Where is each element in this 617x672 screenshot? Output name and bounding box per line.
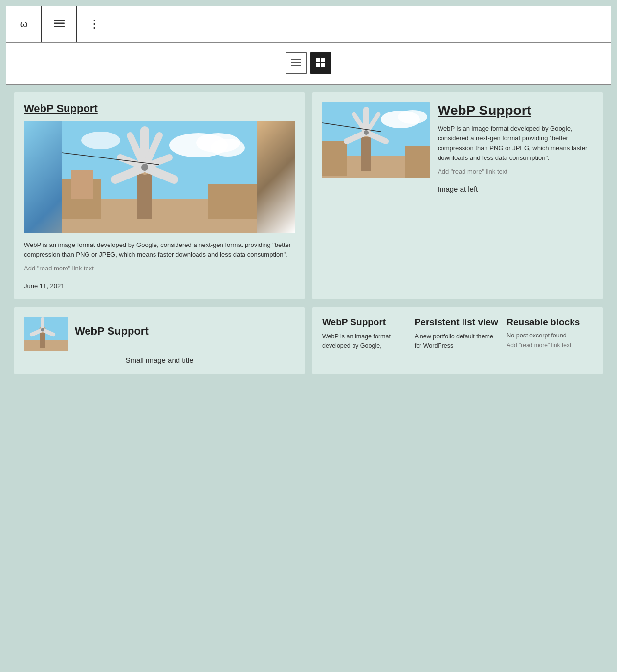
toolbar-btn-loop[interactable]: ω [6, 6, 42, 42]
card-standard-title: WebP Support [24, 102, 295, 115]
svg-rect-5 [291, 65, 301, 66]
card-multi-col-layout: WebP Support WebP is an image format dev… [322, 317, 593, 350]
svg-point-13 [211, 139, 245, 157]
svg-rect-46 [24, 340, 68, 351]
card-image-left: WebP Support WebP is an image format dev… [312, 92, 603, 299]
card-col-3-no-excerpt: No post excerpt found [507, 332, 593, 339]
card-image-left-image [322, 102, 430, 178]
svg-point-42 [364, 130, 369, 135]
card-standard: WebP Support [14, 92, 305, 299]
card-image-left-label: Image at left [322, 185, 593, 193]
card-col-1: WebP Support WebP is an image format dev… [322, 317, 409, 350]
svg-rect-6 [316, 58, 320, 62]
grid-view-button[interactable] [310, 52, 331, 74]
svg-rect-44 [405, 146, 430, 178]
toolbar-btn-menu[interactable] [42, 6, 77, 42]
card-multi-col: WebP Support WebP is an image format dev… [312, 307, 603, 374]
card-image-left-text: WebP Support WebP is an image format dev… [438, 102, 593, 180]
svg-rect-34 [322, 141, 347, 176]
card-col-2-excerpt: A new portfolio default theme for WordPr… [415, 332, 501, 351]
card-small-img-title: WebP Support [75, 325, 149, 337]
svg-rect-9 [321, 63, 325, 67]
svg-rect-2 [54, 26, 65, 27]
card-col-3: Reusable blocks No post excerpt found Ad… [507, 317, 593, 350]
cards-row-2: WebP Support Small image and title WebP … [14, 307, 603, 374]
card-small-img-label: Small image and title [24, 356, 295, 364]
card-col-3-title: Reusable blocks [507, 317, 593, 328]
card-col-2: Persistent list view A new portfolio def… [415, 317, 501, 350]
svg-point-52 [41, 328, 44, 332]
svg-rect-47 [40, 331, 45, 348]
card-standard-excerpt: WebP is an image format developed by Goo… [24, 240, 295, 260]
list-view-icon [291, 59, 301, 68]
main-content: WebP Support [6, 84, 611, 390]
card-col-1-title: WebP Support [322, 317, 409, 328]
svg-point-27 [141, 164, 148, 171]
view-switcher [6, 42, 611, 84]
card-standard-divider [140, 277, 179, 277]
toolbar-btn-more[interactable]: ⋮ [77, 6, 112, 42]
card-image-left-title: WebP Support [438, 102, 593, 119]
toolbar: ω ⋮ [6, 6, 123, 42]
svg-rect-0 [54, 20, 65, 21]
svg-point-14 [81, 132, 120, 149]
svg-rect-3 [291, 59, 301, 60]
card-image-left-excerpt: WebP is an image format developed by Goo… [438, 124, 593, 163]
svg-rect-35 [361, 134, 371, 171]
svg-rect-8 [316, 63, 320, 67]
card-standard-read-more[interactable]: Add "read more" link text [24, 265, 295, 272]
svg-rect-4 [291, 62, 301, 63]
card-standard-image [24, 121, 295, 233]
card-image-left-layout: WebP Support WebP is an image format dev… [322, 102, 593, 180]
svg-rect-18 [137, 170, 152, 219]
loop-icon: ω [20, 19, 28, 30]
card-small-img: WebP Support Small image and title [14, 307, 305, 374]
grid-view-icon [316, 58, 326, 69]
card-col-3-read-more[interactable]: Add "read more" link text [507, 342, 593, 349]
card-standard-date: June 11, 2021 [24, 282, 295, 290]
card-image-left-read-more[interactable]: Add "read more" link text [438, 168, 593, 175]
list-view-button[interactable] [286, 52, 307, 74]
svg-rect-7 [321, 58, 325, 62]
svg-rect-1 [54, 23, 65, 24]
card-small-img-layout: WebP Support [24, 317, 295, 351]
svg-rect-29 [208, 184, 257, 219]
card-small-img-image [24, 317, 68, 351]
svg-point-32 [398, 110, 427, 124]
card-col-1-excerpt: WebP is an image format developed by Goo… [322, 332, 409, 351]
card-col-2-title: Persistent list view [415, 317, 501, 328]
menu-icon [54, 18, 65, 30]
more-icon: ⋮ [88, 17, 101, 31]
svg-rect-17 [71, 170, 93, 199]
cards-row-1: WebP Support [14, 92, 603, 299]
